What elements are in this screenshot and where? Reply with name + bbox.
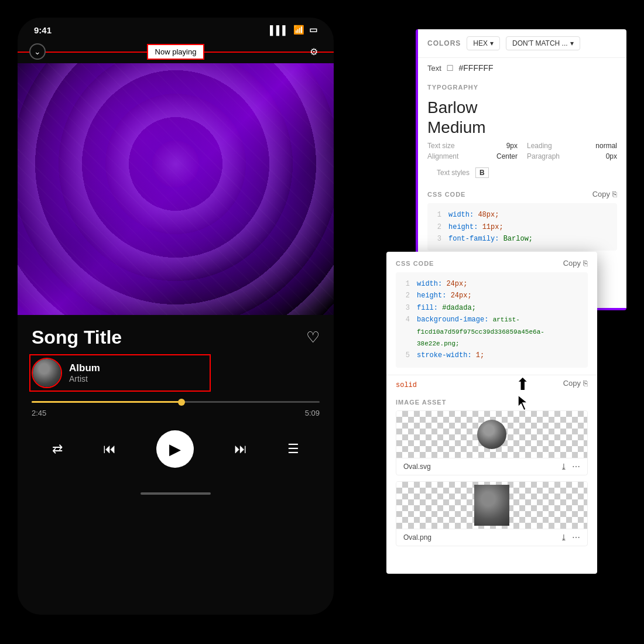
home-indicator [18, 482, 334, 502]
front-panel-css: CSS CODE Copy ⎘ 1 width: 24px; 2 height:… [386, 252, 597, 375]
copy-icon: ⎘ [583, 259, 588, 268]
next-button[interactable]: ⏭ [234, 441, 247, 457]
player-controls: ⇄ ⏮ ▶ ⏭ ☰ [18, 421, 334, 482]
solid-text: solid [396, 381, 417, 389]
asset-name-2: Oval.png [403, 533, 431, 542]
time-total: 5:09 [305, 409, 320, 417]
previous-button[interactable]: ⏮ [103, 441, 116, 457]
alignment-prop: Alignment Center [427, 152, 518, 160]
copy-button-2[interactable]: Copy ⎘ [563, 379, 588, 388]
album-art [18, 63, 334, 315]
album-art-pattern [18, 63, 334, 315]
chevron-down-icon[interactable]: ⌄ [29, 43, 46, 60]
play-button[interactable]: ▶ [156, 430, 194, 468]
color-row: Text □ #FFFFFF [418, 58, 626, 78]
asset-row-1: Oval.svg ⤓ ⋯ [396, 410, 588, 475]
css-code-block-back: 1 width: 48px; 2 height: 11px; 3 font-fa… [427, 203, 617, 251]
asset-footer-1: Oval.svg ⤓ ⋯ [396, 458, 587, 475]
shuffle-button[interactable]: ⇄ [52, 441, 63, 457]
hex-dropdown[interactable]: HEX ▾ [467, 36, 500, 50]
colors-header: COLORS HEX ▾ DON'T MATCH ... ▾ [418, 29, 626, 58]
css-line-f3: 3 fill: #dadada; [403, 302, 581, 314]
asset-actions-1: ⤓ ⋯ [560, 462, 580, 471]
leading-prop: Leading normal [527, 142, 617, 150]
css-code-label: CSS CODE [427, 191, 465, 198]
progress-fill [32, 401, 181, 403]
copy-icon: ⎘ [583, 379, 588, 388]
status-bar: 9:41 ▌▌▌ 📶 ▭ [18, 18, 334, 40]
match-dropdown[interactable]: DON'T MATCH ... ▾ [506, 36, 580, 50]
progress-bar-container[interactable] [18, 392, 334, 405]
signal-icon: ▌▌▌ [270, 25, 289, 35]
asset-preview-1 [396, 411, 587, 458]
paragraph-prop: Paragraph 0px [527, 152, 617, 160]
asset-name-1: Oval.svg [403, 463, 431, 471]
bold-badge: B [475, 167, 489, 178]
typography-label: TYPOGRAPHY [418, 78, 626, 93]
font-name: Barlow Medium [427, 98, 617, 137]
chevron-down-icon: ▾ [490, 39, 494, 47]
asset-preview-2 [396, 482, 587, 529]
time-elapsed: 2:45 [32, 409, 46, 417]
type-props: Text size 9px Leading normal Alignment C… [427, 137, 617, 165]
color-value: #FFFFFF [459, 63, 494, 73]
queue-button[interactable]: ☰ [287, 441, 299, 457]
css-line-f5: 5 stroke-width: 1; [403, 350, 581, 361]
text-styles-row: Text styles B [427, 165, 617, 180]
download-icon[interactable]: ⤓ [560, 462, 567, 471]
css-header: CSS CODE Copy ⎘ [427, 190, 617, 198]
color-swatch-icon: □ [447, 63, 453, 73]
css-code-label-front: CSS CODE [396, 260, 434, 267]
song-info: Song Title ♡ [18, 315, 334, 354]
css-line-2: 2 height: 11px; [434, 221, 610, 233]
red-border-box [29, 354, 211, 392]
copy-button-back[interactable]: Copy ⎘ [592, 190, 617, 198]
asset-thumbnail-2 [474, 485, 509, 526]
asset-thumbnail-1 [477, 420, 506, 449]
now-playing-bar: ⌄ Now playing ⚙ [18, 40, 334, 63]
copy-button-front[interactable]: Copy ⎘ [563, 259, 588, 268]
status-icons: ▌▌▌ 📶 ▭ [270, 25, 317, 35]
chevron-down-icon: ▾ [570, 39, 574, 47]
heart-icon[interactable]: ♡ [306, 328, 320, 347]
gear-icon[interactable]: ⚙ [306, 43, 322, 60]
inspector-panel-front: CSS CODE Copy ⎘ 1 width: 24px; 2 height:… [386, 252, 597, 574]
css-code-section-back: CSS CODE Copy ⎘ 1 width: 48px; 2 height:… [418, 185, 626, 255]
css-code-block-front: 1 width: 24px; 2 height: 24px; 3 fill: #… [396, 272, 588, 368]
wifi-icon: 📶 [293, 25, 304, 35]
css-line-f2: 2 height: 24px; [403, 290, 581, 302]
css-line-3: 3 font-family: Barlow; [434, 233, 610, 245]
typography-section: Barlow Medium Text size 9px Leading norm… [418, 93, 626, 185]
asset-row-2: Oval.png ⤓ ⋯ [396, 481, 588, 546]
text-size-prop: Text size 9px [427, 142, 518, 150]
more-icon[interactable]: ⋯ [572, 533, 580, 542]
css-line-f1: 1 width: 24px; [403, 278, 581, 290]
asset-footer-2: Oval.png ⤓ ⋯ [396, 529, 587, 546]
battery-icon: ▭ [309, 25, 317, 35]
song-title: Song Title [32, 327, 122, 348]
progress-thumb [178, 399, 185, 406]
image-asset-label: IMAGE ASSET [396, 399, 588, 406]
mobile-screen: 9:41 ▌▌▌ 📶 ▭ ⌄ Now playing ⚙ Song Title … [18, 18, 334, 615]
css-line-1: 1 width: 48px; [434, 209, 610, 221]
image-asset-section: IMAGE ASSET Oval.svg ⤓ ⋯ Oval.png [386, 393, 597, 558]
time-display: 9:41 [34, 25, 52, 35]
solid-text-row: solid Copy ⎘ [386, 375, 597, 393]
home-indicator-bar [141, 492, 211, 495]
colors-label: COLORS [427, 39, 461, 47]
css-header-front: CSS CODE Copy ⎘ [396, 259, 588, 268]
copy-icon: ⎘ [612, 190, 617, 198]
time-labels: 2:45 5:09 [18, 405, 334, 421]
album-artist-row: Album Artist [18, 354, 334, 392]
download-icon[interactable]: ⤓ [560, 533, 567, 542]
asset-actions-2: ⤓ ⋯ [560, 533, 580, 542]
now-playing-badge: Now playing [147, 44, 205, 60]
progress-track[interactable] [32, 401, 320, 403]
css-line-f4: 4 background-image: artist-f1cd10a7d59f9… [403, 314, 581, 350]
text-label: Text [427, 64, 441, 73]
more-icon[interactable]: ⋯ [572, 462, 580, 471]
